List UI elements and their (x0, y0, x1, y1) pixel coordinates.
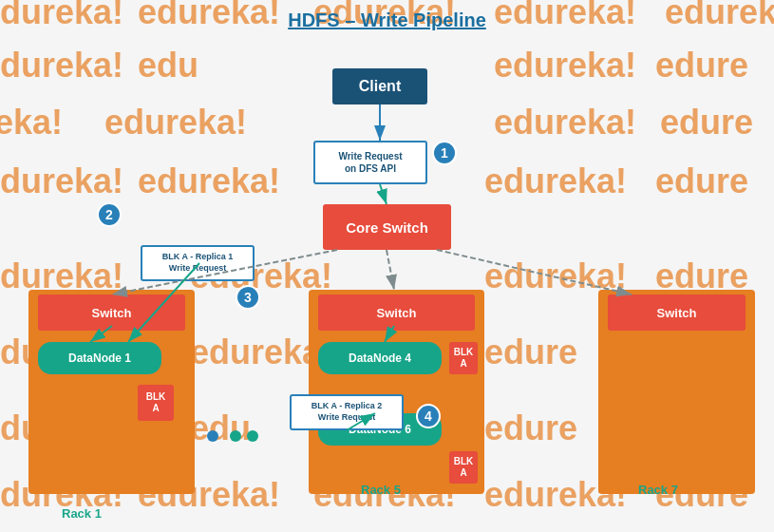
rack-1: Switch DataNode 1 BLKA (28, 290, 195, 494)
rack-5: Switch DataNode 4 BLKA DataNode 6 BLKA (309, 290, 484, 494)
core-switch-box: Core Switch (323, 204, 451, 250)
blk-a-rack5-top: BLKA (449, 342, 478, 374)
write-request-box: Write Requeston DFS API (313, 141, 427, 184)
rack-5-label: Rack 5 (361, 483, 401, 497)
dot-blue (207, 430, 218, 442)
dot-teal-1 (230, 430, 241, 442)
blk-a-rack1: BLKA (138, 385, 174, 421)
rack-7-label: Rack 7 (638, 483, 678, 497)
switch-1: Switch (38, 294, 185, 331)
diagram: HDFS – Write Pipeline Client Write Reque… (0, 0, 774, 532)
diagram-title: HDFS – Write Pipeline (288, 10, 486, 31)
badge-1: 1 (432, 141, 457, 165)
blk-a-rack5-bot: BLKA (449, 451, 478, 484)
badge-2: 2 (97, 202, 122, 227)
dot-teal-2 (247, 430, 258, 442)
datanode-1: DataNode 1 (38, 342, 161, 374)
badge-3: 3 (236, 285, 260, 310)
client-box: Client (332, 68, 427, 104)
switch-5: Switch (318, 294, 475, 331)
replica-1-box: BLK A - Replica 1Write Request (141, 245, 255, 281)
replica-2-box: BLK A - Replica 2Write Request (290, 394, 404, 430)
switch-7: Switch (608, 294, 746, 331)
rack-1-label: Rack 1 (62, 506, 102, 521)
datanode-4: DataNode 4 (318, 342, 442, 374)
badge-4: 4 (416, 404, 441, 428)
rack-7: Switch (598, 290, 755, 494)
